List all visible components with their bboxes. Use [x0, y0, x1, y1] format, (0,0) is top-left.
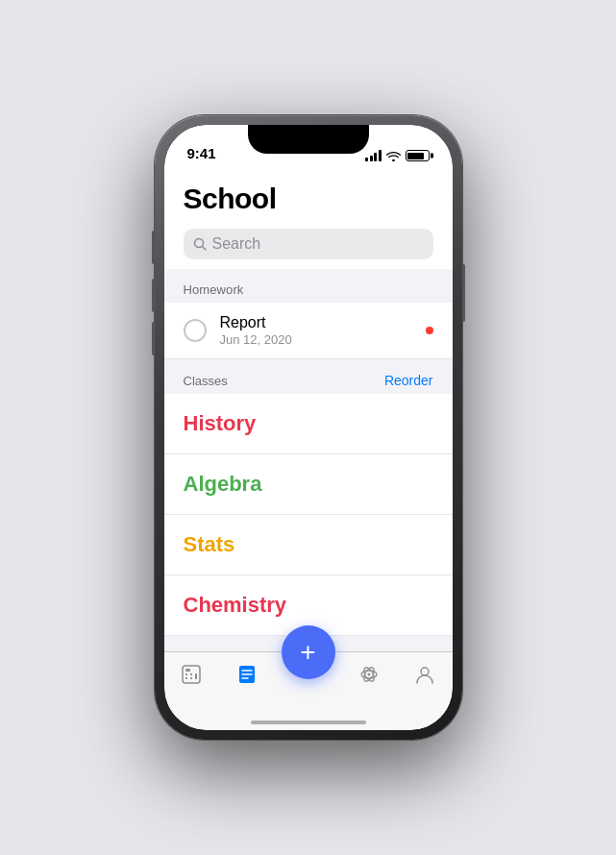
atom-icon [357, 662, 382, 687]
home-indicator [251, 721, 366, 724]
class-name-chemistry: Chemistry [184, 593, 287, 617]
phone-inner: 9:41 [164, 125, 453, 730]
notch [248, 125, 369, 154]
tab-calculator[interactable] [164, 660, 220, 687]
person-icon [412, 662, 437, 687]
battery-icon [406, 150, 430, 161]
page-title-area: School [164, 167, 453, 223]
tab-profile[interactable] [397, 660, 453, 687]
homework-title: Report [220, 314, 412, 331]
homework-item[interactable]: Report Jun 12, 2020 [164, 303, 453, 359]
calculator-icon [179, 662, 204, 687]
page-title: School [184, 183, 433, 215]
classes-section-label: Classes [184, 374, 228, 388]
homework-text: Report Jun 12, 2020 [220, 314, 412, 347]
signal-icon [365, 150, 382, 161]
tab-bar: + [164, 651, 453, 730]
class-item-stats[interactable]: Stats [164, 515, 453, 575]
fab-icon: + [300, 639, 315, 666]
search-bar-container: Search [164, 223, 453, 269]
status-icons [365, 150, 430, 161]
fab-button[interactable]: + [282, 625, 335, 679]
svg-rect-8 [195, 673, 197, 679]
class-name-algebra: Algebra [184, 472, 262, 496]
class-name-stats: Stats [184, 532, 235, 556]
phone-frame: 9:41 [155, 115, 462, 740]
class-name-history: History [184, 411, 257, 435]
homework-dot [426, 327, 433, 334]
search-input[interactable]: Search [184, 229, 433, 259]
svg-rect-3 [185, 669, 190, 672]
status-bar: 9:41 [164, 125, 453, 167]
homework-section-label: Homework [164, 269, 453, 303]
tab-notes[interactable] [219, 660, 275, 687]
svg-rect-7 [190, 677, 192, 679]
homework-checkbox[interactable] [184, 319, 207, 342]
app-content: School Search Homework [164, 167, 453, 651]
svg-point-17 [421, 668, 429, 675]
svg-rect-6 [190, 673, 192, 675]
svg-rect-5 [185, 677, 187, 679]
search-placeholder: Search [212, 235, 261, 253]
wifi-icon [386, 151, 401, 161]
class-item-algebra[interactable]: Algebra [164, 454, 453, 515]
notes-icon [234, 662, 259, 687]
search-icon [193, 237, 207, 251]
svg-rect-4 [185, 673, 187, 675]
svg-line-1 [202, 247, 206, 251]
class-item-history[interactable]: History [164, 394, 453, 454]
svg-point-16 [367, 673, 370, 676]
status-time: 9:41 [187, 145, 216, 161]
reorder-button[interactable]: Reorder [384, 373, 433, 388]
homework-date: Jun 12, 2020 [220, 332, 412, 347]
classes-section-header: Classes Reorder [164, 359, 453, 394]
tab-atom[interactable] [341, 660, 397, 687]
screen: 9:41 [164, 125, 453, 730]
